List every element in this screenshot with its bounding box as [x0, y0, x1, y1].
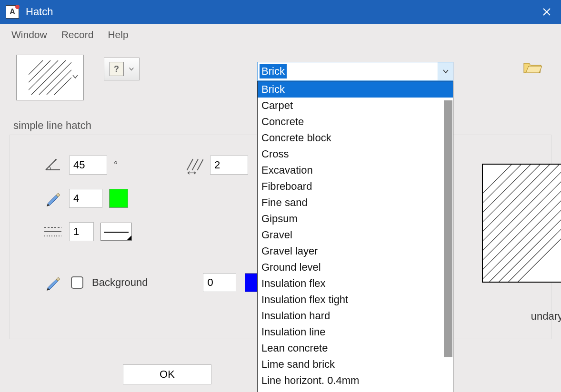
question-icon: ?	[110, 62, 124, 76]
background-label: Background	[92, 276, 148, 289]
hatch-pattern-icon	[29, 60, 71, 95]
row-linetype	[43, 221, 132, 243]
hatch-name-field[interactable]: Brick	[257, 62, 453, 81]
hatch-name-list: BrickCarpetConcreteConcrete blockCrossEx…	[257, 81, 453, 392]
combo-option[interactable]: Metal	[258, 389, 453, 392]
hatch-name-combo: Brick BrickCarpetConcreteConcrete blockC…	[257, 62, 453, 392]
menu-help[interactable]: Help	[108, 29, 128, 40]
open-folder-button[interactable]	[523, 60, 542, 77]
close-button[interactable]	[532, 0, 561, 24]
combo-option[interactable]: Lime sand brick	[258, 356, 453, 372]
pencil-icon	[43, 189, 62, 208]
svg-line-12	[187, 159, 193, 170]
row-pen	[43, 187, 132, 209]
combo-option[interactable]: Excavation	[258, 162, 453, 178]
combo-option[interactable]: Concrete	[258, 114, 453, 130]
svg-line-26	[483, 165, 521, 283]
combo-option[interactable]: Ground level	[258, 259, 453, 275]
combo-option[interactable]: Insulation flex tight	[258, 292, 453, 308]
combo-option[interactable]: Gravel	[258, 227, 453, 243]
svg-line-14	[197, 159, 203, 170]
folder-icon	[523, 60, 542, 75]
svg-line-3	[31, 60, 66, 95]
linetype-swatch[interactable]	[100, 223, 132, 241]
combo-option[interactable]: Insulation line	[258, 324, 453, 340]
spacing-input[interactable]	[210, 156, 248, 175]
pen-color-swatch[interactable]	[109, 189, 128, 208]
menu-window[interactable]: Window	[11, 29, 47, 40]
chevron-down-icon	[72, 73, 79, 82]
svg-line-13	[192, 159, 198, 170]
menu-record[interactable]: Record	[61, 29, 94, 40]
hatch-big-preview	[482, 164, 561, 283]
titlebar: A Hatch	[0, 0, 561, 24]
svg-line-6	[29, 60, 50, 95]
combo-option[interactable]: Insulation hard	[258, 308, 453, 324]
svg-line-8	[54, 60, 71, 95]
combo-option[interactable]: Concrete block	[258, 130, 453, 146]
background-checkbox[interactable]	[71, 276, 83, 289]
linetype-icon	[43, 222, 62, 241]
combo-option[interactable]: Lean concrete	[258, 340, 453, 356]
menubar: Window Record Help	[0, 24, 561, 45]
hatch-preview-dropdown[interactable]	[16, 55, 84, 100]
angle-input[interactable]	[69, 156, 107, 175]
ok-button[interactable]: OK	[123, 364, 211, 384]
spacing-icon	[184, 156, 203, 175]
pen-input[interactable]	[69, 189, 102, 208]
combo-arrow-button[interactable]	[438, 62, 453, 80]
row-angle: °	[43, 154, 132, 176]
scrollbar-thumb[interactable]	[444, 100, 452, 357]
pencil-icon	[43, 273, 62, 292]
combo-option[interactable]: Gravel layer	[258, 243, 453, 259]
svg-line-4	[39, 60, 71, 95]
combo-scrollbar[interactable]	[443, 100, 453, 392]
linetype-input[interactable]	[69, 222, 94, 241]
combo-option[interactable]: Cross	[258, 146, 453, 162]
combo-option[interactable]: Fine sand	[258, 195, 453, 211]
angle-unit: °	[114, 160, 118, 171]
window-title: Hatch	[26, 6, 53, 18]
combo-option[interactable]: Carpet	[258, 98, 453, 114]
bg-pen-input[interactable]	[203, 273, 236, 292]
hatch-name-value: Brick	[260, 64, 287, 78]
boundary-label-fragment: undary	[531, 310, 561, 323]
combo-option[interactable]: Gipsum	[258, 211, 453, 227]
close-icon	[542, 8, 551, 16]
combo-option[interactable]: Insulation flex	[258, 275, 453, 292]
row-spacing	[184, 154, 248, 176]
combo-option[interactable]: Brick	[258, 81, 453, 98]
chevron-down-icon	[442, 68, 449, 75]
app-icon: A	[6, 5, 19, 19]
angle-icon	[43, 156, 62, 175]
hatch-type-dropdown[interactable]: ?	[104, 58, 140, 80]
combo-option[interactable]: Line horizont. 0.4mm	[258, 372, 453, 389]
combo-option[interactable]: Fibreboard	[258, 178, 453, 195]
chevron-down-icon	[129, 66, 134, 72]
